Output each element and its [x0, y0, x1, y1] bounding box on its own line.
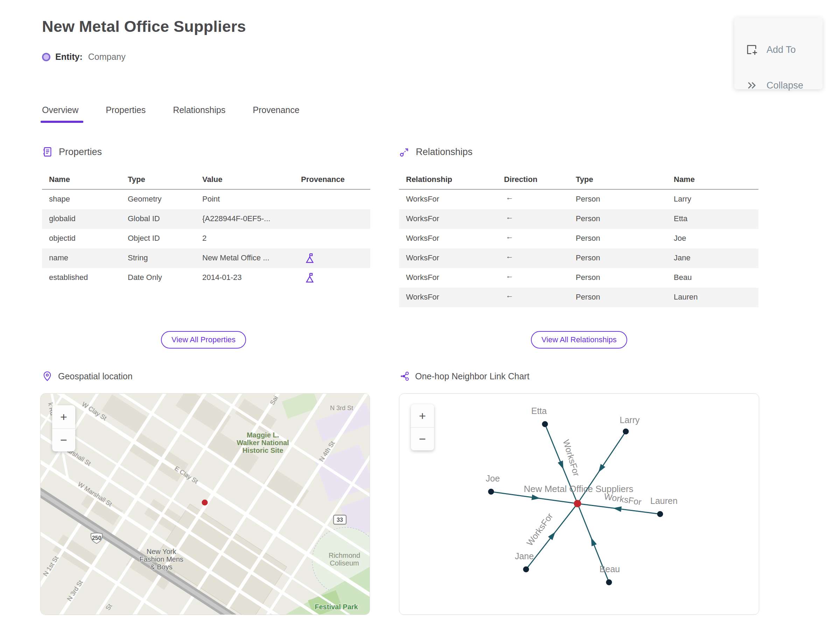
properties-table: Name Type Value Provenance shape Geometr…: [42, 172, 370, 288]
geospatial-section-header: Geospatial location: [42, 371, 133, 381]
relationships-icon: [399, 146, 410, 157]
col-name: Name: [49, 175, 70, 184]
link-chart-zoom-control: + −: [411, 404, 434, 450]
svg-text:33: 33: [337, 517, 343, 523]
link-chart-center-label: New Metal Office Suppliers: [523, 484, 633, 494]
prop-type: Global ID: [128, 214, 160, 223]
link-chart-edge-arrow: [531, 494, 540, 500]
entity-link[interactable]: Lauren: [674, 292, 698, 302]
map-entity-marker[interactable]: [202, 500, 208, 505]
rel-type: Person: [576, 292, 600, 302]
provenance-flag-icon[interactable]: [304, 272, 316, 284]
svg-text:250: 250: [92, 535, 102, 541]
link-chart-center-node[interactable]: [574, 500, 581, 507]
table-row: shape Geometry Point: [42, 190, 370, 209]
rel-type: Person: [576, 253, 600, 262]
direction-arrow: ←: [506, 232, 514, 241]
relationships-table-header: Relationship Direction Type Name: [399, 172, 759, 189]
entity-type-value: Company: [88, 52, 126, 62]
entity-link[interactable]: Jane: [674, 253, 690, 262]
map-canvas: k RdW Clay StSaiarshall StW Marshall StE…: [41, 394, 370, 615]
prop-value: 2014-01-23: [202, 273, 242, 282]
link-chart-node-label: Jane: [515, 551, 534, 561]
tab-properties[interactable]: Properties: [106, 105, 146, 123]
col-provenance: Provenance: [301, 175, 345, 184]
tab-overview[interactable]: Overview: [42, 105, 78, 123]
properties-section-header: Properties: [42, 146, 102, 157]
tab-relationships[interactable]: Relationships: [173, 105, 225, 123]
one-hop-link-chart[interactable]: WorksForWorksForWorksForEttaLarryJoeLaur…: [399, 393, 759, 615]
collapse-label: Collapse: [767, 80, 803, 91]
map-zoom-in-button[interactable]: +: [52, 405, 75, 428]
prop-value: {A228944F-0EF5-...: [202, 214, 270, 223]
provenance-flag-icon[interactable]: [304, 252, 316, 264]
relationship-link[interactable]: WorksFor: [406, 234, 439, 243]
link-chart-node-label: Beau: [600, 564, 620, 574]
link-chart-node-label: Etta: [531, 406, 547, 416]
link-chart-zoom-in-button[interactable]: +: [411, 404, 434, 427]
relationship-link[interactable]: WorksFor: [406, 273, 439, 282]
prop-value: 2: [202, 234, 207, 243]
link-chart-node-jane[interactable]: [523, 567, 529, 572]
table-row: globalid Global ID {A228944F-0EF5-...: [42, 209, 370, 229]
table-row: WorksFor ← Person Larry: [399, 190, 759, 209]
link-chart-edge-arrow: [613, 506, 622, 512]
rel-type: Person: [576, 195, 600, 203]
map-poi-label: RichmondColiseum: [329, 552, 360, 567]
direction-arrow: ←: [506, 193, 514, 202]
geospatial-section-title: Geospatial location: [58, 371, 133, 381]
link-chart-node-label: Larry: [620, 415, 640, 425]
entity-link[interactable]: Joe: [674, 234, 686, 243]
direction-arrow: ←: [506, 291, 514, 300]
link-chart-section-header: One-hop Neighbor Link Chart: [399, 371, 530, 381]
relationship-link[interactable]: WorksFor: [406, 253, 439, 262]
view-all-properties-button[interactable]: View All Properties: [161, 331, 246, 348]
link-chart-edge-arrow: [598, 464, 606, 472]
link-chart-node-label: Joe: [486, 474, 500, 483]
link-chart-node-beau[interactable]: [606, 580, 612, 585]
link-chart-node-etta[interactable]: [542, 421, 548, 427]
properties-section-title: Properties: [59, 146, 102, 157]
col-type: Type: [128, 175, 145, 184]
col-relationship: Relationship: [406, 175, 452, 184]
relationship-link[interactable]: WorksFor: [406, 214, 439, 223]
prop-type: String: [128, 253, 148, 262]
relationship-link[interactable]: WorksFor: [406, 195, 439, 203]
table-row: objectid Object ID 2: [42, 229, 370, 248]
map-zoom-out-button[interactable]: −: [52, 428, 75, 451]
rel-type: Person: [576, 273, 600, 282]
tab-provenance[interactable]: Provenance: [253, 105, 299, 123]
entity-link[interactable]: Etta: [674, 214, 687, 223]
page-title: New Metal Office Suppliers: [42, 17, 246, 36]
map-route-shield: 33: [334, 515, 346, 524]
rel-type: Person: [576, 214, 600, 223]
relationship-link[interactable]: WorksFor: [406, 292, 439, 302]
table-row: WorksFor ← Person Beau: [399, 268, 759, 288]
link-chart-node-larry[interactable]: [623, 429, 629, 435]
entity-type-row: Entity: Company: [42, 52, 126, 62]
add-to-label: Add To: [767, 45, 796, 55]
link-chart-edge-arrow: [548, 532, 555, 540]
link-chart-node-lauren[interactable]: [657, 511, 663, 517]
link-chart-edge-arrow: [591, 537, 597, 546]
entity-link[interactable]: Larry: [674, 195, 691, 203]
add-to-button[interactable]: Add To: [746, 43, 796, 56]
col-name: Name: [674, 175, 695, 184]
collapse-button[interactable]: Collapse: [746, 79, 803, 92]
link-chart-canvas: WorksForWorksForWorksForEttaLarryJoeLaur…: [399, 394, 759, 615]
link-chart-icon: [399, 371, 409, 381]
col-type: Type: [576, 175, 593, 184]
view-all-relationships-button[interactable]: View All Relationships: [531, 331, 627, 348]
entity-link[interactable]: Beau: [674, 273, 692, 282]
geospatial-map[interactable]: k RdW Clay StSaiarshall StW Marshall StE…: [40, 393, 370, 615]
link-chart-node-label: Lauren: [650, 496, 678, 505]
map-poi-label: Festival Park: [315, 603, 358, 610]
col-value: Value: [202, 175, 222, 184]
link-chart-node-joe[interactable]: [488, 489, 494, 495]
map-zoom-control: + −: [52, 405, 75, 451]
actions-menu: Add To Collapse: [734, 17, 822, 89]
relationships-section-title: Relationships: [416, 146, 473, 157]
link-chart-zoom-out-button[interactable]: −: [411, 427, 434, 450]
prop-name: shape: [49, 195, 70, 203]
entity-badge-icon: [42, 53, 50, 61]
